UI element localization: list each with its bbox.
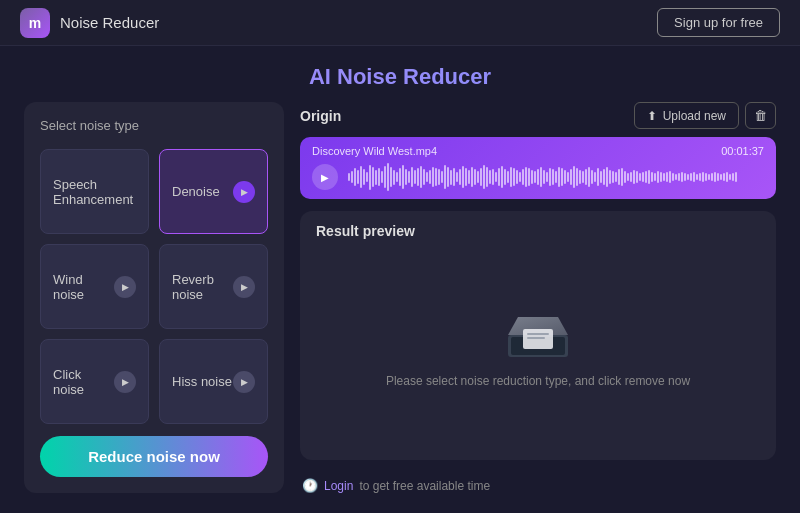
waveform-bar (660, 172, 662, 182)
audio-file-info: Discovery Wild West.mp4 00:01:37 (312, 145, 764, 157)
waveform-bar (717, 173, 719, 181)
waveform-bar (519, 172, 521, 182)
noise-item-wind-label: Wind noise (53, 272, 114, 302)
hiss-play-icon: ▶ (233, 371, 255, 393)
noise-item-hiss[interactable]: Hiss noise ▶ (159, 339, 268, 424)
waveform-bar (423, 169, 425, 185)
header-left: m Noise Reducer (20, 8, 159, 38)
result-header: Result preview (316, 223, 760, 239)
origin-header: Origin ⬆ Upload new 🗑 (300, 102, 776, 129)
noise-grid: Speech Enhancement Denoise ▶ Wind noise … (40, 149, 268, 424)
page-title-area: AI Noise Reducer (0, 46, 800, 102)
app-logo: m (20, 8, 50, 38)
waveform-bar (645, 171, 647, 183)
waveform-bar (357, 170, 359, 184)
clock-icon: 🕐 (302, 478, 318, 493)
waveform-bar (417, 168, 419, 186)
waveform-bar (591, 170, 593, 184)
noise-section-title: Select noise type (40, 118, 268, 133)
app-header: m Noise Reducer Sign up for free (0, 0, 800, 46)
waveform-bar (540, 167, 542, 187)
waveform-bar (450, 170, 452, 185)
app-name-label: Noise Reducer (60, 14, 159, 31)
waveform-bar (708, 174, 710, 180)
waveform-bar (573, 166, 575, 188)
waveform-bar (615, 172, 617, 182)
page-title: AI Noise Reducer (0, 64, 800, 90)
waveform-bar (657, 171, 659, 183)
click-play-icon: ▶ (114, 371, 136, 393)
waveform-bar (366, 172, 368, 182)
waveform-bar (690, 173, 692, 181)
noise-item-reverb[interactable]: Reverb noise ▶ (159, 244, 268, 329)
waveform-bar (735, 172, 737, 182)
waveform-bar (582, 171, 584, 183)
waveform-bar (639, 173, 641, 181)
noise-item-click[interactable]: Click noise ▶ (40, 339, 149, 424)
waveform-bar (465, 168, 467, 186)
reduce-noise-button[interactable]: Reduce noise now (40, 436, 268, 477)
waveform-bar (594, 172, 596, 182)
waveform-bar (354, 168, 356, 186)
origin-title: Origin (300, 108, 341, 124)
waveform-bar (627, 173, 629, 181)
waveform-bar (555, 171, 557, 183)
waveform-bar (462, 166, 464, 188)
waveform-bar (477, 171, 479, 183)
waveform-bar (495, 172, 497, 182)
empty-tray-icon (503, 307, 573, 362)
waveform-bar (642, 172, 644, 182)
waveform-bar (549, 168, 551, 186)
waveform-bar (585, 169, 587, 185)
waveform-bar (375, 170, 377, 185)
waveform-bar (432, 167, 434, 187)
noise-item-speech[interactable]: Speech Enhancement (40, 149, 149, 234)
waveform-bar (720, 174, 722, 180)
noise-item-wind[interactable]: Wind noise ▶ (40, 244, 149, 329)
waveform-bar (633, 170, 635, 184)
sign-up-button[interactable]: Sign up for free (657, 8, 780, 37)
waveform-bar (351, 171, 353, 183)
waveform-bar (501, 166, 503, 188)
audio-play-button[interactable]: ▶ (312, 164, 338, 190)
reverb-play-icon: ▶ (233, 276, 255, 298)
noise-item-reverb-label: Reverb noise (172, 272, 233, 302)
waveform-bar (468, 170, 470, 184)
svg-rect-4 (527, 337, 545, 339)
waveform-bar (564, 170, 566, 184)
noise-item-denoise[interactable]: Denoise ▶ (159, 149, 268, 234)
waveform-bar (588, 167, 590, 187)
svg-rect-3 (527, 333, 549, 335)
waveform-bar (402, 165, 404, 189)
upload-label: Upload new (663, 109, 726, 123)
waveform-bar (606, 167, 608, 187)
result-empty-state: Please select noise reduction type, and … (316, 247, 760, 448)
upload-new-button[interactable]: ⬆ Upload new (634, 102, 739, 129)
waveform-bar (408, 171, 410, 183)
waveform-bar (552, 169, 554, 185)
login-link[interactable]: Login (324, 479, 353, 493)
waveform-bar (453, 168, 455, 186)
wind-play-icon: ▶ (114, 276, 136, 298)
waveform-bar (483, 165, 485, 189)
upload-icon: ⬆ (647, 109, 657, 123)
delete-button[interactable]: 🗑 (745, 102, 776, 129)
waveform-bar (699, 173, 701, 181)
waveform-bar (687, 174, 689, 180)
footer-suffix: to get free available time (359, 479, 490, 493)
waveform-bar (522, 169, 524, 185)
waveform-bar (663, 173, 665, 181)
waveform-bar (480, 168, 482, 186)
waveform-bar (696, 174, 698, 180)
left-panel: Select noise type Speech Enhancement Den… (24, 102, 284, 493)
noise-item-hiss-label: Hiss noise (172, 374, 232, 389)
waveform-bar (510, 167, 512, 187)
waveform-bar (492, 169, 494, 185)
waveform-bar (618, 169, 620, 185)
waveform-bar (570, 169, 572, 185)
waveform-bar (702, 172, 704, 182)
waveform-bar (579, 170, 581, 184)
waveform-bar (507, 171, 509, 183)
waveform-bar (666, 172, 668, 182)
waveform-bar (360, 166, 362, 188)
